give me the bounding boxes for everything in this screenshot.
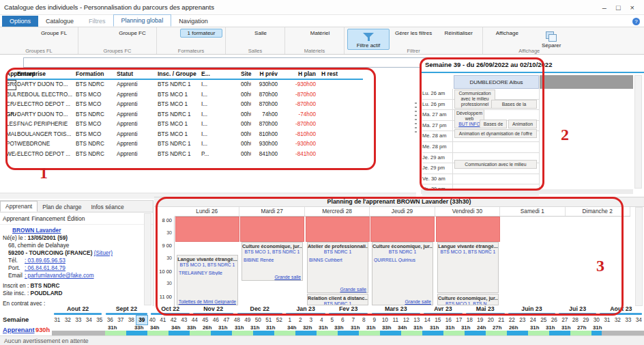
week-number[interactable]: 34: [84, 316, 95, 325]
planning-event[interactable]: Atelier de professionnali... BTS NDRC 1 …: [307, 242, 368, 293]
week-number[interactable]: 8: [359, 316, 370, 325]
table-row[interactable]: BULSTRODE Millicent REBOUL ELECTRO... BT…: [5, 90, 363, 100]
week-number[interactable]: 29: [581, 316, 591, 325]
tab-catalogue[interactable]: Catalogue: [38, 16, 81, 27]
week-number[interactable]: 19: [475, 316, 486, 325]
schedule-event[interactable]: Animation: [508, 120, 537, 128]
cell-apprenant[interactable]: WEASLEY Ron: [5, 150, 16, 160]
group-link[interactable]: BTS MCO 1, BTS NDRC 1: [441, 249, 496, 254]
table-row[interactable]: GRANGER Hermione DARTY DIJON TO... BTS N…: [5, 110, 363, 120]
table-row[interactable]: CRABBE Vincent ELECTRO DEPOT ... BTS MCO…: [5, 100, 363, 110]
month-label[interactable]: Mars 23: [370, 306, 422, 315]
planning-vertical-scrollbar[interactable]: [635, 207, 643, 306]
group-link[interactable]: BTS MCO 1, BTS NDRC 1: [245, 249, 300, 254]
month-label[interactable]: Jan 23: [284, 306, 327, 315]
week-number[interactable]: 18: [465, 316, 475, 325]
week-number[interactable]: 34: [634, 316, 644, 325]
week-number[interactable]: 50: [253, 316, 264, 325]
planning-event[interactable]: [436, 217, 500, 242]
month-label[interactable]: Mai 23: [464, 306, 506, 315]
vertical-splitter[interactable]: [415, 102, 417, 134]
week-number[interactable]: 17: [454, 316, 465, 325]
week-number[interactable]: 1: [284, 316, 295, 325]
week-number[interactable]: 42: [169, 316, 179, 325]
week-number[interactable]: 41: [158, 316, 169, 325]
week-number[interactable]: 25: [538, 316, 549, 325]
semaine-filter[interactable]: Semaine: [3, 316, 29, 323]
week-number[interactable]: 14: [422, 316, 433, 325]
week-number[interactable]: 47: [221, 316, 232, 325]
week-number[interactable]: 38: [126, 316, 137, 325]
week-number[interactable]: 32: [613, 316, 624, 325]
planning-event[interactable]: [175, 217, 239, 242]
day-column-header[interactable]: Mardi 27: [239, 207, 304, 216]
apprenant-menu[interactable]: Apprenant: [3, 215, 29, 222]
planning-event[interactable]: Relation client à distanc... BTS NDRC 1: [307, 294, 368, 305]
tab-navigation[interactable]: Navigation: [171, 16, 216, 27]
week-number[interactable]: 5: [327, 316, 338, 325]
formateur-button[interactable]: 1 formateur: [180, 29, 222, 38]
tab-options[interactable]: Options: [2, 16, 38, 27]
tab-filtres[interactable]: Filtres: [81, 16, 113, 27]
schedule-event[interactable]: Animation et dynamisation de l'offre: [454, 129, 537, 138]
month-label[interactable]: Jui 23: [557, 306, 598, 315]
week-panel-horizontal-scrollbar[interactable]: [421, 189, 633, 194]
week-number[interactable]: 23: [517, 316, 528, 325]
situer-link[interactable]: (Situer): [94, 249, 113, 256]
minimize-button[interactable]: –: [602, 3, 606, 12]
planning-event[interactable]: [306, 217, 370, 242]
cell-apprenant[interactable]: MALEFOY Draco: [5, 130, 16, 140]
groupe-fc-button[interactable]: Groupe FC: [111, 29, 153, 38]
week-number[interactable]: 33: [623, 316, 634, 325]
column-header[interactable]: Insc. / Groupe: [157, 69, 201, 79]
week-number[interactable]: 35: [94, 316, 105, 325]
column-header[interactable]: H rest: [317, 69, 338, 79]
salle-button[interactable]: Salle: [239, 29, 282, 38]
tab-infos-seance[interactable]: Infos séance: [86, 202, 128, 212]
schedule-event[interactable]: Communication avec le milieu professionn…: [454, 89, 495, 109]
cell-apprenant[interactable]: BULSTRODE Millicent: [5, 90, 16, 100]
week-number[interactable]: 43: [179, 316, 190, 325]
financement-menu[interactable]: Financement: [31, 215, 65, 222]
week-number[interactable]: 2: [295, 316, 306, 325]
month-label[interactable]: Juin 23: [506, 306, 557, 315]
reinitialiser-button[interactable]: Réinitialiser: [437, 29, 480, 38]
teacher-link[interactable]: BIBINE Renée: [244, 258, 274, 262]
student-name-link[interactable]: BROWN Lavander: [12, 227, 61, 234]
gerer-filtres-button[interactable]: Gérer les filtres: [392, 29, 435, 38]
column-header[interactable]: E...: [201, 69, 240, 79]
tab-plan-de-charge[interactable]: Plan de charge: [38, 202, 86, 212]
mobile-link[interactable]: : 06.84.61.84.79: [25, 264, 65, 271]
week-number[interactable]: 51: [263, 316, 274, 325]
week-number[interactable]: 21: [496, 316, 507, 325]
planning-event[interactable]: Culture économique, jur... BTS MCO 1, BT…: [437, 294, 499, 305]
apprenant-row-link[interactable]: Apprenant: [3, 327, 35, 333]
week-number[interactable]: 16: [443, 316, 454, 325]
planning-event[interactable]: [370, 217, 435, 242]
day-column-header[interactable]: Mercredi 28: [305, 207, 370, 216]
tab-planning-global[interactable]: Planning global: [113, 14, 172, 27]
day-column-header[interactable]: Vendredi 30: [435, 207, 500, 216]
planning-event[interactable]: Culture économique, jur... BTS MCO 1, BT…: [241, 242, 303, 281]
maximize-button[interactable]: □: [616, 3, 621, 12]
week-panel-vertical-scrollbar[interactable]: [634, 75, 642, 189]
schedule-event[interactable]: Bases de la: [491, 100, 537, 109]
schedule-event[interactable]: Communication avec le milieu: [454, 160, 537, 169]
week-number[interactable]: 30: [591, 316, 602, 325]
column-header[interactable]: Formation: [75, 69, 116, 79]
table-row[interactable]: POTTER Harry WEBDRONE BTS NDRC Apprenti …: [5, 139, 363, 150]
week-number[interactable]: 13: [411, 316, 422, 325]
table-row[interactable]: MALEFOY Draco BOULANGER TOIS... BTS MCO …: [5, 130, 363, 140]
column-header[interactable]: Statut: [116, 69, 157, 79]
cell-apprenant[interactable]: BROWN Lavander: [5, 80, 16, 90]
week-number[interactable]: 39: [136, 316, 147, 325]
column-header[interactable]: H prév: [251, 69, 278, 79]
month-label[interactable]: Nov 22: [192, 306, 235, 315]
cell-apprenant[interactable]: GRANGER Hermione: [5, 110, 16, 120]
week-number[interactable]: 6: [338, 316, 349, 325]
room-link[interactable]: Toilettes de Mimi Geignarde: [179, 299, 236, 304]
week-number[interactable]: 12: [401, 316, 412, 325]
day-column-header[interactable]: Dimanche 2: [566, 207, 630, 216]
week-number[interactable]: 40: [147, 316, 158, 325]
planning-event[interactable]: Langue vivante étrangè... BTS MCO 1, BTS…: [177, 255, 238, 305]
